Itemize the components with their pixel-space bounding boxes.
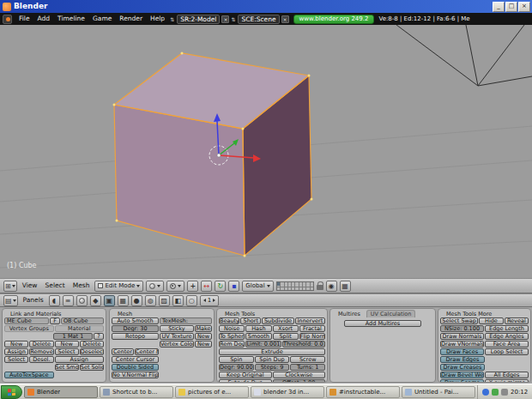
texture-subcontext-icon[interactable]: ▨ bbox=[159, 295, 170, 306]
select-menu[interactable]: Select bbox=[43, 279, 68, 293]
minimize-button[interactable]: _ bbox=[493, 2, 505, 12]
close-button[interactable]: × bbox=[518, 2, 530, 12]
panel-title[interactable]: Mesh Tools More bbox=[443, 311, 495, 317]
fractal-button[interactable]: Fractal bbox=[299, 325, 325, 332]
edge-angles-toggle[interactable]: Edge Angles bbox=[485, 333, 529, 340]
vgroup-deselect-button[interactable]: Desel. bbox=[29, 356, 53, 363]
material-delete-button[interactable]: Delete bbox=[80, 341, 104, 348]
limit-stepper[interactable]: Limit: 0.001 bbox=[245, 341, 281, 348]
panel-title[interactable]: Multires bbox=[335, 311, 364, 317]
draw-vnormals-toggle[interactable]: Draw VNormals bbox=[440, 341, 484, 348]
vgroup-delete-button[interactable]: Delete bbox=[29, 341, 53, 348]
mesh-menu[interactable]: Mesh bbox=[70, 279, 93, 293]
editing-context-icon[interactable]: ▣ bbox=[104, 295, 115, 306]
subdivide-button[interactable]: Subdivide bbox=[262, 317, 293, 324]
nsize-stepper[interactable]: NSize: 0.100 bbox=[440, 325, 484, 332]
flip-norm-button[interactable]: Flip Norm bbox=[299, 333, 325, 340]
background-wireframe-object[interactable] bbox=[396, 25, 532, 86]
set-solid-button[interactable]: Set Solid bbox=[80, 364, 104, 371]
taskbar-item-paint[interactable]: Untitled - Pai... bbox=[402, 386, 475, 398]
smooth-button[interactable]: Smooth bbox=[245, 333, 271, 340]
menu-add[interactable]: Add bbox=[34, 13, 54, 25]
xsort-button[interactable]: Xsort bbox=[273, 325, 299, 332]
panel-title[interactable]: Mesh Tools bbox=[221, 311, 258, 317]
editor-type-icon[interactable]: ⊞ bbox=[3, 281, 17, 292]
radiosity-subcontext-icon[interactable]: ◧ bbox=[172, 295, 184, 306]
to-sphere-button[interactable]: To Sphere bbox=[219, 333, 245, 340]
reveal-button[interactable]: Reveal bbox=[505, 317, 529, 324]
pivot-dropdown[interactable] bbox=[166, 281, 184, 292]
maximize-button[interactable]: □ bbox=[505, 2, 517, 12]
keep-original-toggle[interactable]: Keep Original bbox=[219, 372, 272, 378]
edge-length-toggle[interactable]: Edge Length bbox=[485, 325, 529, 332]
taskbar-item-blender3d[interactable]: blender 3d in... bbox=[251, 386, 324, 398]
tray-icon-2[interactable] bbox=[492, 389, 499, 396]
blender-menu-icon[interactable] bbox=[3, 15, 12, 24]
noise-button[interactable]: Noise bbox=[219, 325, 245, 332]
logic-context-icon[interactable]: ◖ bbox=[49, 295, 60, 306]
hash-button[interactable]: Hash bbox=[245, 325, 271, 332]
extrude-dup-button[interactable]: Extrude Dup bbox=[219, 379, 272, 383]
center-cursor-button[interactable]: Center Cursor bbox=[112, 356, 159, 363]
tab-uv-calculation[interactable]: UV Calculation bbox=[366, 310, 416, 317]
short-toggle[interactable]: Short bbox=[240, 317, 261, 324]
panels-menu[interactable]: Panels bbox=[21, 293, 46, 307]
scene-context-icon[interactable]: ▦ bbox=[118, 295, 129, 306]
lock-icon[interactable] bbox=[317, 285, 323, 290]
shading-context-icon[interactable] bbox=[76, 295, 88, 306]
spin-button[interactable]: Spin bbox=[219, 356, 254, 363]
spin-dup-button[interactable]: Spin Dup bbox=[255, 356, 290, 363]
manipulator-center[interactable] bbox=[217, 154, 221, 157]
material-new-button[interactable]: New bbox=[55, 341, 79, 348]
context-number-stepper[interactable]: 1 bbox=[200, 295, 219, 306]
material-select-button[interactable]: Select bbox=[55, 348, 79, 355]
material-index-stepper[interactable]: 1 Mat 1 bbox=[53, 333, 93, 340]
fake-user-button[interactable]: F bbox=[50, 317, 60, 324]
select-swap-button[interactable]: Select Swap bbox=[440, 317, 478, 324]
stepper-right-icon[interactable] bbox=[213, 299, 215, 302]
editor-type-icon[interactable]: ▤ bbox=[3, 295, 18, 306]
draw-type-dropdown[interactable] bbox=[146, 281, 164, 292]
menu-game[interactable]: Game bbox=[89, 13, 115, 25]
sticky-button[interactable]: Sticky bbox=[160, 325, 194, 332]
translate-manipulator-icon[interactable]: ↔ bbox=[201, 281, 212, 292]
menu-render[interactable]: Render bbox=[116, 13, 146, 25]
panel-title[interactable]: Mesh bbox=[114, 311, 136, 317]
scene-selector[interactable]: SCE:Scene bbox=[238, 15, 279, 24]
start-button[interactable] bbox=[1, 385, 22, 399]
double-sided-toggle[interactable]: Double Sided bbox=[112, 364, 159, 371]
center-button[interactable]: Center bbox=[112, 348, 134, 355]
uv-texture-new-button[interactable]: New bbox=[195, 333, 212, 340]
auto-smooth-toggle[interactable]: Auto Smooth bbox=[112, 317, 159, 324]
render-preview-icon[interactable]: ▦ bbox=[340, 281, 351, 292]
draw-edges-toggle[interactable]: Draw Edges bbox=[440, 356, 485, 363]
degr-stepper[interactable]: Degr: 30 bbox=[112, 325, 159, 332]
menu-help[interactable]: Help bbox=[147, 13, 168, 25]
orientation-dropdown[interactable]: Global bbox=[242, 281, 273, 292]
clockwise-toggle[interactable]: Clockwise bbox=[273, 372, 326, 378]
turns-stepper[interactable]: Turns: 1 bbox=[290, 364, 325, 371]
tray-icon-1[interactable] bbox=[482, 389, 489, 396]
cube-mesh[interactable] bbox=[113, 52, 313, 257]
screen-selector[interactable]: SR:2-Model bbox=[177, 15, 220, 24]
beauty-toggle[interactable]: Beauty bbox=[219, 317, 239, 324]
draw-creases-toggle[interactable]: Draw Creases bbox=[440, 364, 485, 371]
material-subcontext-icon[interactable]: ◍ bbox=[145, 295, 156, 306]
material-deselect-button[interactable]: Deselect bbox=[80, 348, 104, 355]
lamp-subcontext-icon[interactable]: ● bbox=[131, 295, 142, 306]
panel-title[interactable]: Link and Materials bbox=[7, 311, 64, 317]
vgroup-remove-button[interactable]: Remove bbox=[29, 348, 53, 355]
innervert-dropdown[interactable]: Innervert bbox=[295, 317, 325, 324]
draw-faces-toggle[interactable]: Draw Faces bbox=[440, 348, 484, 355]
object-name-field[interactable]: OB:Cube bbox=[61, 317, 104, 324]
screen-delete-icon[interactable]: × bbox=[221, 15, 229, 23]
autotexspace-toggle[interactable]: AutoTexSpace bbox=[4, 372, 54, 378]
vgroup-select-button[interactable]: Select bbox=[4, 356, 28, 363]
degr-spin-stepper[interactable]: Degr: 90.00 bbox=[219, 364, 254, 371]
rotate-manipulator-icon[interactable]: ↻ bbox=[215, 281, 226, 292]
taskbar-item-instructables[interactable]: #instructable... bbox=[326, 386, 400, 398]
stepper-left-icon[interactable] bbox=[203, 299, 206, 302]
loop-select-toggle[interactable]: Loop Select bbox=[485, 348, 529, 355]
set-smooth-button[interactable]: Set Smooth bbox=[55, 364, 79, 371]
tray-icon-3[interactable] bbox=[501, 389, 508, 396]
